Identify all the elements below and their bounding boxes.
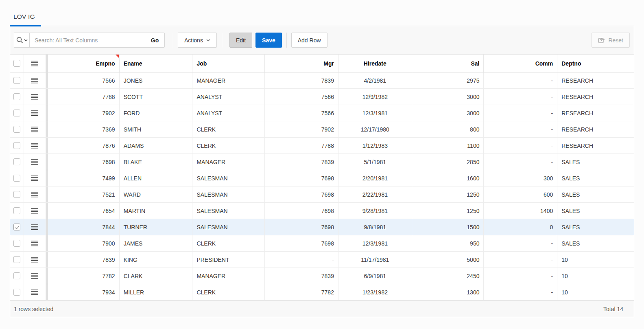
cell-ename[interactable]: FORD bbox=[120, 105, 193, 121]
cell-hiredate[interactable]: 2/22/1981 bbox=[338, 186, 412, 202]
row-menu-button[interactable] bbox=[24, 105, 46, 121]
row-select-cell[interactable] bbox=[10, 89, 24, 105]
row-checkbox[interactable] bbox=[13, 142, 20, 149]
cell-mgr[interactable]: 7566 bbox=[265, 89, 338, 105]
cell-mgr[interactable]: 7698 bbox=[265, 203, 338, 219]
row-select-cell[interactable] bbox=[10, 121, 24, 137]
cell-ename[interactable]: SMITH bbox=[120, 121, 193, 137]
row-select-cell[interactable] bbox=[10, 170, 24, 186]
cell-mgr[interactable]: 7698 bbox=[265, 186, 338, 202]
cell-empno[interactable]: 7654 bbox=[48, 203, 120, 219]
cell-empno[interactable]: 7499 bbox=[48, 170, 120, 186]
cell-deptno[interactable]: 10 bbox=[557, 252, 634, 268]
cell-job[interactable]: SALESMAN bbox=[192, 203, 265, 219]
cell-mgr[interactable]: 7566 bbox=[265, 105, 338, 121]
row-menu-button[interactable] bbox=[24, 89, 46, 105]
cell-comm[interactable]: - bbox=[484, 154, 557, 170]
cell-empno[interactable]: 7788 bbox=[48, 89, 120, 105]
cell-hiredate[interactable]: 9/8/1981 bbox=[338, 219, 412, 235]
row-select-cell[interactable] bbox=[10, 154, 24, 170]
cell-job[interactable]: SALESMAN bbox=[192, 219, 265, 235]
row-menu-button[interactable] bbox=[24, 170, 46, 186]
cell-mgr[interactable]: 7788 bbox=[265, 138, 338, 154]
cell-comm[interactable]: 1400 bbox=[484, 203, 557, 219]
search-input[interactable] bbox=[30, 33, 145, 47]
cell-job[interactable]: MANAGER bbox=[192, 154, 265, 170]
row-select-cell[interactable] bbox=[10, 284, 24, 300]
cell-empno[interactable]: 7698 bbox=[48, 154, 120, 170]
cell-mgr[interactable]: 7902 bbox=[265, 121, 338, 137]
cell-empno[interactable]: 7566 bbox=[48, 72, 120, 88]
cell-mgr[interactable]: 7698 bbox=[265, 235, 338, 251]
cell-hiredate[interactable]: 4/2/1981 bbox=[338, 72, 412, 88]
cell-comm[interactable]: - bbox=[484, 235, 557, 251]
row-select-cell[interactable] bbox=[10, 203, 24, 219]
tab-lov-ig[interactable]: LOV IG bbox=[10, 8, 41, 26]
cell-empno[interactable]: 7900 bbox=[48, 235, 120, 251]
reset-button[interactable]: Reset bbox=[592, 33, 630, 48]
cell-empno[interactable]: 7782 bbox=[48, 268, 120, 284]
cell-deptno[interactable]: SALES bbox=[557, 219, 634, 235]
row-checkbox[interactable] bbox=[13, 224, 20, 230]
cell-mgr[interactable]: 7698 bbox=[265, 219, 338, 235]
row-checkbox[interactable] bbox=[13, 110, 20, 116]
row-menu-button[interactable] bbox=[24, 203, 46, 219]
cell-job[interactable]: MANAGER bbox=[192, 72, 265, 88]
cell-job[interactable]: MANAGER bbox=[192, 268, 265, 284]
cell-sal[interactable]: 1600 bbox=[412, 170, 484, 186]
cell-empno[interactable]: 7369 bbox=[48, 121, 120, 137]
cell-ename[interactable]: ADAMS bbox=[120, 138, 193, 154]
cell-comm[interactable]: - bbox=[484, 268, 557, 284]
row-checkbox[interactable] bbox=[13, 158, 20, 165]
row-menu-button[interactable] bbox=[24, 252, 46, 268]
cell-sal[interactable]: 2450 bbox=[412, 268, 484, 284]
cell-sal[interactable]: 1500 bbox=[412, 219, 484, 235]
row-checkbox[interactable] bbox=[13, 240, 20, 247]
cell-ename[interactable]: MARTIN bbox=[120, 203, 193, 219]
row-select-cell[interactable] bbox=[10, 186, 24, 202]
row-checkbox[interactable] bbox=[13, 175, 20, 182]
cell-sal[interactable]: 1250 bbox=[412, 186, 484, 202]
cell-hiredate[interactable]: 12/9/1982 bbox=[338, 89, 412, 105]
cell-hiredate[interactable]: 12/3/1981 bbox=[338, 235, 412, 251]
row-select-cell[interactable] bbox=[10, 268, 24, 284]
cell-sal[interactable]: 2850 bbox=[412, 154, 484, 170]
column-header-deptno[interactable]: Deptno bbox=[557, 55, 634, 72]
cell-sal[interactable]: 3000 bbox=[412, 89, 484, 105]
cell-comm[interactable]: - bbox=[484, 284, 557, 300]
row-checkbox[interactable] bbox=[13, 207, 20, 214]
save-button[interactable]: Save bbox=[255, 33, 282, 48]
cell-hiredate[interactable]: 1/12/1983 bbox=[338, 138, 412, 154]
column-header-sal[interactable]: Sal bbox=[412, 55, 484, 72]
column-header-mgr[interactable]: Mgr bbox=[265, 55, 338, 72]
cell-mgr[interactable]: 7839 bbox=[265, 268, 338, 284]
cell-deptno[interactable]: SALES bbox=[557, 170, 634, 186]
cell-ename[interactable]: WARD bbox=[120, 186, 193, 202]
select-all-cell[interactable] bbox=[10, 55, 24, 72]
cell-ename[interactable]: MILLER bbox=[120, 284, 193, 300]
row-checkbox[interactable] bbox=[13, 191, 20, 198]
row-checkbox[interactable] bbox=[13, 126, 20, 133]
cell-comm[interactable]: - bbox=[484, 121, 557, 137]
cell-sal[interactable]: 1250 bbox=[412, 203, 484, 219]
cell-deptno[interactable]: RESEARCH bbox=[557, 72, 634, 88]
cell-deptno[interactable]: SALES bbox=[557, 154, 634, 170]
cell-empno[interactable]: 7839 bbox=[48, 252, 120, 268]
column-header-hiredate[interactable]: Hiredate bbox=[338, 55, 412, 72]
cell-job[interactable]: CLERK bbox=[192, 138, 265, 154]
cell-hiredate[interactable]: 5/1/1981 bbox=[338, 154, 412, 170]
row-menu-button[interactable] bbox=[24, 154, 46, 170]
row-menu-button[interactable] bbox=[24, 219, 46, 235]
cell-hiredate[interactable]: 2/20/1981 bbox=[338, 170, 412, 186]
cell-hiredate[interactable]: 6/9/1981 bbox=[338, 268, 412, 284]
cell-job[interactable]: SALESMAN bbox=[192, 186, 265, 202]
cell-sal[interactable]: 5000 bbox=[412, 252, 484, 268]
search-options-button[interactable] bbox=[14, 33, 30, 47]
row-select-cell[interactable] bbox=[10, 235, 24, 251]
row-select-cell[interactable] bbox=[10, 219, 24, 235]
cell-deptno[interactable]: RESEARCH bbox=[557, 105, 634, 121]
cell-empno[interactable]: 7876 bbox=[48, 138, 120, 154]
cell-ename[interactable]: JAMES bbox=[120, 235, 193, 251]
actions-menu-button[interactable]: Actions bbox=[178, 33, 217, 48]
cell-ename[interactable]: KING bbox=[120, 252, 193, 268]
